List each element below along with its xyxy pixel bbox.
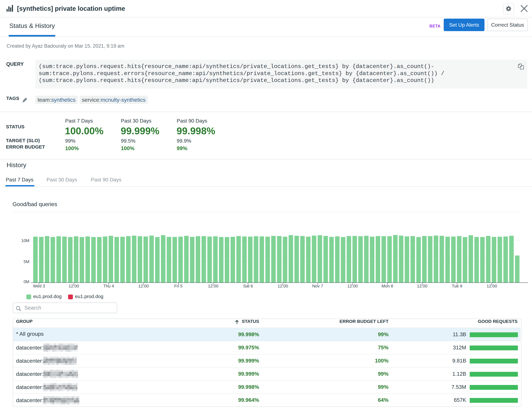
svg-text:0M: 0M: [24, 279, 29, 284]
svg-text:Sat 6: Sat 6: [243, 284, 253, 289]
svg-text:12:00: 12:00: [277, 284, 288, 289]
svg-text:10M: 10M: [21, 238, 29, 243]
svg-text:Fri 5: Fri 5: [174, 284, 182, 289]
svg-text:Mon 8: Mon 8: [381, 284, 393, 289]
svg-text:12:00: 12:00: [347, 284, 358, 289]
svg-text:12:00: 12:00: [138, 284, 149, 289]
svg-text:Thu 4: Thu 4: [103, 284, 114, 289]
svg-text:12:00: 12:00: [417, 284, 427, 289]
svg-text:Tue 9: Tue 9: [452, 284, 462, 289]
svg-text:12:00: 12:00: [208, 284, 218, 289]
svg-text:5M: 5M: [24, 259, 29, 264]
svg-text:12:00: 12:00: [68, 284, 79, 289]
svg-text:Nov 7: Nov 7: [312, 284, 323, 289]
svg-text:12:00: 12:00: [486, 284, 497, 289]
svg-text:Wed 3: Wed 3: [33, 284, 45, 289]
